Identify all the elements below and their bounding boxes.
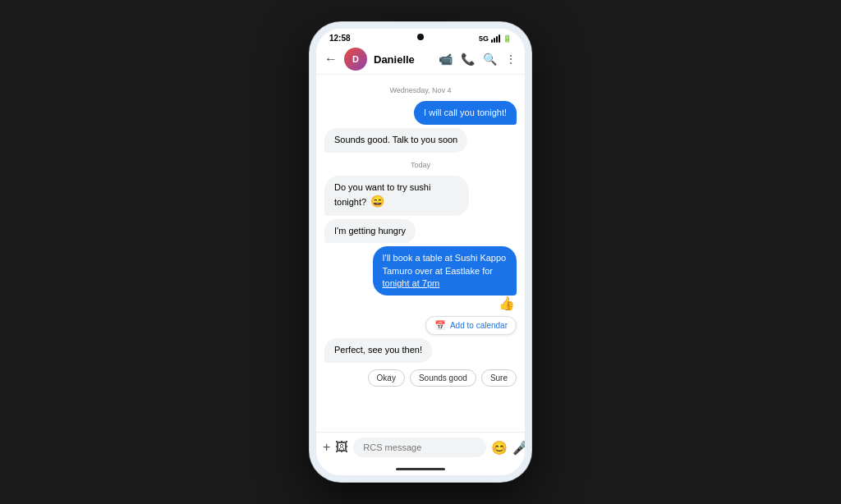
message-input[interactable]: [353, 438, 486, 457]
message-text: Perfect, see you then!: [334, 345, 422, 355]
emoji-button[interactable]: 😊: [491, 440, 508, 456]
home-indicator: [316, 462, 525, 475]
status-bar: 12:58 5G 🔋: [316, 29, 525, 44]
calendar-icon: 📅: [434, 320, 446, 331]
battery-icon: 🔋: [503, 34, 512, 43]
input-area: + 🖼 😊 🎤: [316, 432, 525, 462]
signal-bar-4: [499, 34, 500, 43]
signal-bar-3: [496, 36, 498, 43]
received-bubble: I'm getting hungry: [324, 219, 416, 243]
message-text: I'll book a table at Sushi Kappo Tamuro …: [383, 253, 507, 288]
status-icons: 5G 🔋: [479, 34, 512, 43]
more-options-icon[interactable]: ⋮: [505, 53, 517, 66]
message-row: I will call you tonight!: [324, 101, 517, 125]
chat-area: Wednesday, Nov 4 I will call you tonight…: [316, 75, 525, 432]
chat-toolbar: ← D Danielle 📹 📞 🔍 ⋮: [316, 44, 525, 75]
message-row: Sounds good. Talk to you soon: [324, 128, 517, 152]
message-text: I will call you tonight!: [424, 108, 507, 117]
sent-bubble: I'll book a table at Sushi Kappo Tamuro …: [373, 246, 517, 296]
search-icon[interactable]: 🔍: [483, 53, 497, 66]
received-bubble: Sounds good. Talk to you soon: [324, 128, 467, 152]
message-row: Do you want to try sushi tonight? 😄: [324, 176, 517, 216]
video-call-icon[interactable]: 📹: [439, 53, 453, 66]
camera-notch: [417, 34, 424, 40]
message-row: I'm getting hungry: [324, 219, 517, 243]
calendar-chip-label: Add to calendar: [450, 321, 508, 330]
signal-bar-2: [494, 38, 495, 43]
add-to-calendar-chip[interactable]: 📅 Add to calendar: [425, 316, 517, 335]
quick-reply-area: Okay Sounds good Sure: [324, 366, 517, 390]
add-button[interactable]: +: [323, 440, 330, 455]
sent-bubble: I will call you tonight!: [414, 101, 517, 125]
quick-reply-sure[interactable]: Sure: [481, 369, 517, 387]
received-bubble: Do you want to try sushi tonight? 😄: [324, 176, 469, 216]
status-time: 12:58: [329, 34, 351, 43]
back-button[interactable]: ←: [324, 52, 338, 66]
date-label-1: Wednesday, Nov 4: [324, 86, 517, 94]
phone-screen: 12:58 5G 🔋 ← D Danielle 📹 📞 🔍: [316, 29, 525, 475]
phone-device: 12:58 5G 🔋 ← D Danielle 📹 📞 🔍: [310, 22, 531, 482]
mic-button[interactable]: 🎤: [512, 440, 525, 456]
signal-bar-1: [491, 39, 493, 43]
emoji-reaction: 👍: [324, 296, 515, 311]
quick-reply-okay[interactable]: Okay: [368, 369, 405, 387]
message-text: I'm getting hungry: [334, 226, 406, 236]
message-text: Sounds good. Talk to you soon: [334, 135, 457, 144]
message-row: Perfect, see you then!: [324, 338, 517, 362]
quick-reply-sounds-good[interactable]: Sounds good: [410, 369, 476, 387]
received-bubble: Perfect, see you then!: [324, 338, 432, 362]
home-bar: [396, 468, 445, 470]
signal-bars: [491, 34, 500, 43]
message-row: I'll book a table at Sushi Kappo Tamuro …: [324, 246, 517, 296]
date-label-2: Today: [324, 161, 517, 169]
avatar: D: [344, 48, 367, 71]
network-indicator: 5G: [479, 34, 489, 43]
toolbar-actions: 📹 📞 🔍 ⋮: [439, 53, 517, 66]
emoji: 😄: [370, 195, 384, 208]
media-button[interactable]: 🖼: [335, 440, 348, 455]
contact-name: Danielle: [374, 53, 432, 66]
link-text: tonight at 7pm: [383, 278, 440, 288]
phone-call-icon[interactable]: 📞: [461, 53, 475, 66]
